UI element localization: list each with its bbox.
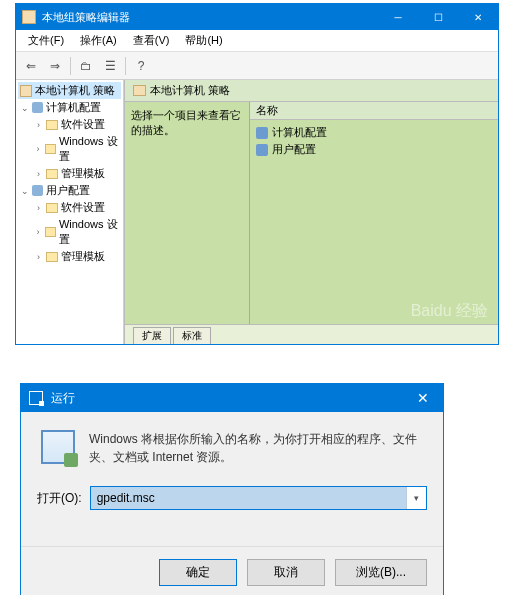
window-title: 本地组策略编辑器 [42,10,378,25]
list-item[interactable]: 用户配置 [256,141,492,158]
tree-user[interactable]: ⌄ 用户配置 [20,182,121,199]
tree-item[interactable]: ›Windows 设置 [34,216,121,248]
toolbar: ⇐ ⇒ 🗀 ☰ ? [16,52,498,80]
expand-icon[interactable]: › [34,144,42,154]
gear-icon [32,185,43,196]
run-combobox[interactable]: ▾ [90,486,427,510]
tree-item[interactable]: ›管理模板 [34,165,121,182]
gpedit-window: 本地组策略编辑器 ─ ☐ ✕ 文件(F) 操作(A) 查看(V) 帮助(H) ⇐… [15,3,499,345]
folder-icon [46,120,58,130]
content-tabs: 扩展 标准 [125,324,498,344]
tree-label: 计算机配置 [46,100,101,115]
folder-icon [46,169,58,179]
run-input[interactable] [91,487,406,509]
tree-root[interactable]: 本地计算机 策略 [18,82,121,99]
separator [125,57,126,75]
expand-icon[interactable]: › [34,252,43,262]
chevron-down-icon[interactable]: ▾ [406,487,426,509]
content-list[interactable]: 名称 计算机配置 用户配置 [250,102,498,324]
list-icon[interactable]: ☰ [99,55,121,77]
content-title: 本地计算机 策略 [150,83,230,98]
folder-icon[interactable]: 🗀 [75,55,97,77]
content-body: 选择一个项目来查看它的描述。 名称 计算机配置 用户配置 [125,102,498,324]
expand-icon[interactable]: › [34,203,43,213]
close-button[interactable]: ✕ [458,4,498,30]
run-description: Windows 将根据你所输入的名称，为你打开相应的程序、文件夹、文档或 Int… [89,430,427,466]
run-titlebar[interactable]: 运行 ✕ [21,384,443,412]
run-body: Windows 将根据你所输入的名称，为你打开相应的程序、文件夹、文档或 Int… [21,412,443,546]
expand-icon[interactable]: › [34,169,43,179]
tree-root-label: 本地计算机 策略 [35,83,115,98]
separator [70,57,71,75]
collapse-icon[interactable]: ⌄ [20,103,29,113]
run-icon [29,391,43,405]
open-label: 打开(O): [37,490,82,507]
run-title: 运行 [51,390,403,407]
run-large-icon [41,430,75,464]
menu-help[interactable]: 帮助(H) [177,30,230,51]
tree-panel[interactable]: 本地计算机 策略 ⌄ 计算机配置 ›软件设置 ›Windows 设置 ›管理模板… [16,80,124,344]
menu-file[interactable]: 文件(F) [20,30,72,51]
gear-icon [32,102,43,113]
gpedit-body: 本地计算机 策略 ⌄ 计算机配置 ›软件设置 ›Windows 设置 ›管理模板… [16,80,498,344]
gear-icon [256,144,268,156]
tree-label: 用户配置 [46,183,90,198]
tab-extended[interactable]: 扩展 [133,327,171,344]
ok-button[interactable]: 确定 [159,559,237,586]
run-dialog: 运行 ✕ Windows 将根据你所输入的名称，为你打开相应的程序、文件夹、文档… [20,383,444,595]
run-top: Windows 将根据你所输入的名称，为你打开相应的程序、文件夹、文档或 Int… [37,430,427,466]
tree-computer-group: ⌄ 计算机配置 ›软件设置 ›Windows 设置 ›管理模板 [20,99,121,182]
gear-icon [256,127,268,139]
window-controls: ─ ☐ ✕ [378,4,498,30]
gpedit-titlebar[interactable]: 本地组策略编辑器 ─ ☐ ✕ [16,4,498,30]
collapse-icon[interactable]: ⌄ [20,186,29,196]
list-items: 计算机配置 用户配置 [250,120,498,162]
run-buttons: 确定 取消 浏览(B)... [21,546,443,595]
content-header: 本地计算机 策略 [125,80,498,102]
folder-icon [46,252,58,262]
menubar: 文件(F) 操作(A) 查看(V) 帮助(H) [16,30,498,52]
folder-icon [45,227,56,237]
forward-icon[interactable]: ⇒ [44,55,66,77]
menu-view[interactable]: 查看(V) [125,30,178,51]
tab-standard[interactable]: 标准 [173,327,211,344]
back-icon[interactable]: ⇐ [20,55,42,77]
expand-icon[interactable]: › [34,227,42,237]
content-panel: 本地计算机 策略 选择一个项目来查看它的描述。 名称 计算机配置 用户配置 扩展… [124,80,498,344]
browse-button[interactable]: 浏览(B)... [335,559,427,586]
list-item[interactable]: 计算机配置 [256,124,492,141]
tree-computer[interactable]: ⌄ 计算机配置 [20,99,121,116]
help-icon[interactable]: ? [130,55,152,77]
tree-item[interactable]: ›软件设置 [34,199,121,216]
folder-icon [45,144,56,154]
content-description: 选择一个项目来查看它的描述。 [125,102,250,324]
tree-item[interactable]: ›管理模板 [34,248,121,265]
folder-icon [46,203,58,213]
tree-children: ›软件设置 ›Windows 设置 ›管理模板 [34,116,121,182]
tree-item[interactable]: ›软件设置 [34,116,121,133]
app-icon [22,10,36,24]
column-header-name[interactable]: 名称 [250,102,498,120]
cancel-button[interactable]: 取消 [247,559,325,586]
run-input-row: 打开(O): ▾ [37,486,427,510]
expand-icon[interactable]: › [34,120,43,130]
folder-icon [20,85,32,97]
maximize-button[interactable]: ☐ [418,4,458,30]
tree-item[interactable]: ›Windows 设置 [34,133,121,165]
folder-icon [133,85,146,96]
tree-user-group: ⌄ 用户配置 ›软件设置 ›Windows 设置 ›管理模板 [20,182,121,265]
tree-children: ›软件设置 ›Windows 设置 ›管理模板 [34,199,121,265]
close-button[interactable]: ✕ [403,384,443,412]
minimize-button[interactable]: ─ [378,4,418,30]
menu-action[interactable]: 操作(A) [72,30,125,51]
